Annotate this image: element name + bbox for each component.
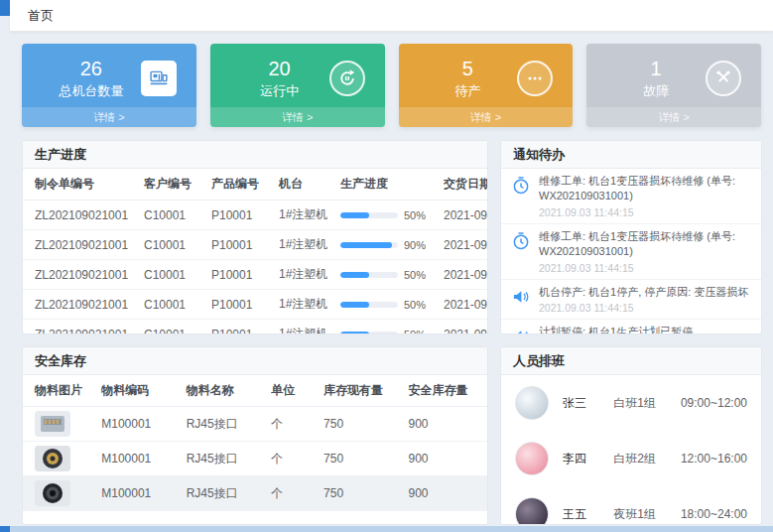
table-row[interactable]: ZL202109021001 C10001 P10001 1#注塑机 50% xyxy=(23,200,488,230)
stat-card-pending[interactable]: 5 待产 详情 > xyxy=(399,44,574,127)
panel-title: 人员排班 xyxy=(501,347,761,375)
cell-current: 750 xyxy=(318,442,402,476)
stat-value: 26 xyxy=(42,57,141,80)
stat-label: 待产 xyxy=(419,82,518,100)
speaker-photo xyxy=(35,480,70,506)
staff-shift: 白班2组 xyxy=(613,451,667,467)
cell-order: ZL202109021001 xyxy=(23,320,138,335)
notice-time: 2021.09.03 11:44:15 xyxy=(539,262,751,274)
stock-table: 物料图片 物料编码 物料名称 单位 库存现有量 安全库存量 xyxy=(23,375,487,511)
cell-progress: 50% xyxy=(334,260,438,290)
cell-customer: C10001 xyxy=(138,290,205,320)
panel-notices: 通知待办 维修工单: 机台1变压器损坏待维修 (单号: WX2021090310… xyxy=(500,140,762,334)
column-header: 库存现有量 xyxy=(318,375,402,407)
cell-machine: 1#注塑机 xyxy=(273,200,334,230)
column-header: 物料编码 xyxy=(95,375,180,407)
avatar xyxy=(515,386,549,420)
column-header: 物料图片 xyxy=(23,375,95,407)
card-detail-link[interactable]: 详情 > xyxy=(210,107,385,127)
staff-time: 09:00~12:00 xyxy=(681,396,747,410)
cell-progress: 50% xyxy=(334,200,438,230)
cell-code: M100001 xyxy=(95,442,180,476)
staff-shift: 夜班1组 xyxy=(613,506,667,523)
cell-safety: 900 xyxy=(403,407,488,442)
table-header-row: 制令单编号 客户编号 产品编号 机台 生产进度 交货日期 xyxy=(23,169,488,200)
card-detail-link[interactable]: 详情 > xyxy=(586,107,761,127)
running-sync-icon xyxy=(329,61,365,96)
table-row[interactable]: ZL202109021001 C10001 P10001 1#注塑机 50% xyxy=(23,320,488,335)
cell-unit: 个 xyxy=(265,476,318,511)
stat-card-total-machines[interactable]: 26 总机台数量 详情 xyxy=(22,44,196,127)
panel-production-progress: 生产进度 制令单编号 客户编号 产品编号 机台 生产进度 交货日期 xyxy=(22,140,488,334)
notice-body: 计划暂停: 机台1生产计划已暂停 2021.09.03 11:44:15 xyxy=(539,325,693,334)
connector-photo xyxy=(35,446,70,471)
column-header: 客户编号 xyxy=(138,169,205,200)
table-row[interactable]: ZL202109021001 C10001 P10001 1#注塑机 50% xyxy=(23,260,488,290)
stat-card-fault[interactable]: 1 故障 详情 > xyxy=(586,44,761,127)
ellipsis-icon xyxy=(517,61,553,96)
cell-date: 2021-09-10 xyxy=(438,260,488,290)
notice-item[interactable]: 维修工单: 机台1变压器损坏待维修 (单号: WX202109031001) 2… xyxy=(501,224,761,280)
cell-order: ZL202109021001 xyxy=(23,290,138,320)
staff-shift: 白班1组 xyxy=(613,395,667,412)
clock-icon xyxy=(511,231,531,251)
card-text: 5 待产 xyxy=(419,57,518,100)
card-text: 20 运行中 xyxy=(230,57,329,100)
cell-safety: 900 xyxy=(403,476,488,511)
cell-machine: 1#注塑机 xyxy=(273,290,334,320)
panel-title: 安全库存 xyxy=(23,347,487,375)
progress-label: 90% xyxy=(404,239,426,251)
card-detail-link[interactable]: 详情 > xyxy=(22,107,196,127)
notice-body: 维修工单: 机台1变压器损坏待维修 (单号: WX202109031001) 2… xyxy=(539,174,751,218)
table-row[interactable]: ZL202109021001 C10001 P10001 1#注塑机 90% xyxy=(23,230,488,260)
cell-progress: 50% xyxy=(334,290,438,320)
cell-code: M100001 xyxy=(95,476,180,511)
notice-item[interactable]: 维修工单: 机台1变压器损坏待维修 (单号: WX202109031001) 2… xyxy=(501,169,761,224)
staff-row[interactable]: 张三 白班1组 09:00~12:00 xyxy=(501,375,761,431)
column-header: 生产进度 xyxy=(334,169,438,200)
notice-item[interactable]: 机台停产: 机台1停产, 停产原因: 变压器损坏 2021.09.03 11:4… xyxy=(501,280,761,320)
panel-title: 生产进度 xyxy=(23,141,487,169)
speaker-icon xyxy=(511,327,531,334)
notice-item[interactable]: 计划暂停: 机台1生产计划已暂停 2021.09.03 11:44:15 xyxy=(501,320,761,334)
staff-time: 12:00~16:00 xyxy=(681,452,747,466)
page-title[interactable]: 首页 xyxy=(28,7,54,25)
cell-date: 2021-09-10 xyxy=(438,320,488,335)
panel-title: 通知待办 xyxy=(501,141,761,169)
progress-bar xyxy=(340,272,398,278)
notice-body: 维修工单: 机台1变压器损坏待维修 (单号: WX202109031001) 2… xyxy=(539,229,751,274)
cell-order: ZL202109021001 xyxy=(23,260,138,290)
cell-material-image xyxy=(23,407,95,442)
topbar: 首页 xyxy=(10,0,773,32)
cell-customer: C10001 xyxy=(138,200,205,230)
progress-bar xyxy=(340,332,398,335)
panel-grid: 生产进度 制令单编号 客户编号 产品编号 机台 生产进度 交货日期 xyxy=(22,140,761,525)
card-text: 1 故障 xyxy=(606,57,706,100)
notice-time: 2021.09.03 11:44:15 xyxy=(539,206,751,218)
cell-date: 2021-09-10 xyxy=(438,200,488,230)
tools-icon xyxy=(706,61,741,96)
staff-name: 张三 xyxy=(563,395,599,412)
cell-product: P10001 xyxy=(205,200,273,230)
window-bottom-edge xyxy=(0,526,773,532)
card-detail-link[interactable]: 详情 > xyxy=(399,107,574,127)
table-row[interactable]: M100001 RJ45接口 个 750 900 xyxy=(23,442,487,476)
notice-body: 机台停产: 机台1停产, 停产原因: 变压器损坏 2021.09.03 11:4… xyxy=(539,285,748,314)
cell-date: 2021-09-10 xyxy=(438,290,488,320)
table-row[interactable]: M100001 RJ45接口 个 750 900 xyxy=(23,407,487,442)
stat-label: 总机台数量 xyxy=(42,82,141,100)
cell-product: P10001 xyxy=(205,290,273,320)
notice-text: 维修工单: 机台1变压器损坏待维修 (单号: WX202109031001) xyxy=(539,229,751,260)
avatar xyxy=(515,497,549,525)
staff-row[interactable]: 王五 夜班1组 18:00~24:00 xyxy=(501,486,761,525)
column-header: 交货日期 xyxy=(438,169,488,200)
stat-value: 5 xyxy=(419,57,518,80)
progress-label: 50% xyxy=(404,209,426,221)
progress-bar xyxy=(340,302,398,308)
stat-card-running[interactable]: 20 运行中 详情 > xyxy=(210,44,385,127)
table-row[interactable]: ZL202109021001 C10001 P10001 1#注塑机 50% xyxy=(23,290,488,320)
card-text: 26 总机台数量 xyxy=(42,57,141,100)
staff-row[interactable]: 李四 白班2组 12:00~16:00 xyxy=(501,431,761,486)
table-row[interactable]: M100001 RJ45接口 个 750 900 xyxy=(23,476,487,511)
production-table: 制令单编号 客户编号 产品编号 机台 生产进度 交货日期 ZL202109021… xyxy=(23,169,488,334)
